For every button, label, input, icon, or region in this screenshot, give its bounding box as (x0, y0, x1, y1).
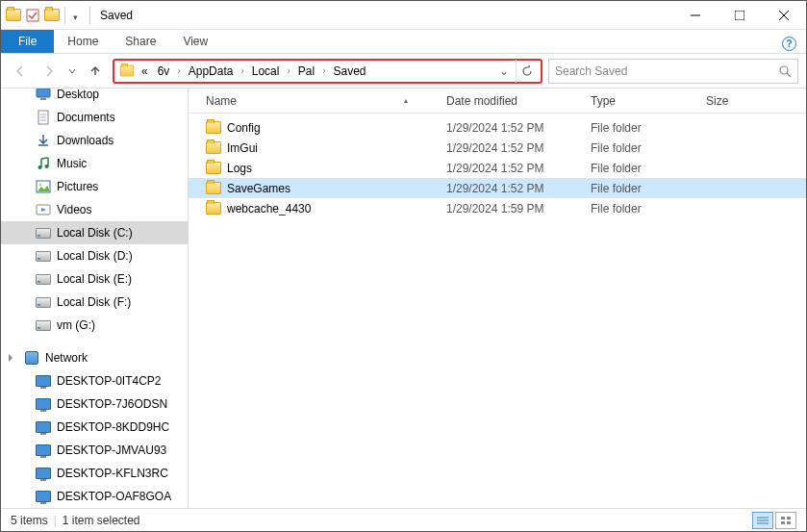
tree-item[interactable]: DESKTOP-7J6ODSN (1, 393, 188, 416)
tree-item-label: Pictures (57, 180, 98, 193)
sort-indicator-icon: ▴ (404, 96, 408, 105)
chevron-right-icon[interactable]: › (175, 65, 182, 76)
tree-item[interactable]: DESKTOP-JMVAU93 (1, 439, 188, 462)
tab-home[interactable]: Home (54, 30, 112, 53)
back-button[interactable] (9, 60, 32, 83)
file-type: File folder (591, 141, 706, 155)
tab-view[interactable]: View (169, 30, 221, 53)
drive-icon (36, 271, 51, 287)
tree-item-label: DESKTOP-JMVAU93 (57, 443, 166, 457)
details-view-button[interactable] (752, 512, 773, 529)
music-icon (36, 156, 51, 171)
tree-item-label: Local Disk (E:) (57, 272, 132, 286)
chevron-right-icon[interactable]: › (285, 65, 291, 76)
file-date: 1/29/2024 1:52 PM (446, 141, 591, 155)
tree-item-label: Videos (57, 203, 91, 216)
column-headers: Name▴ Date modified Type Size (189, 89, 806, 114)
minimize-button[interactable] (673, 1, 718, 30)
breadcrumb[interactable]: Local (248, 63, 284, 80)
chevron-right-icon[interactable]: › (320, 65, 327, 76)
svg-rect-0 (27, 10, 38, 21)
recent-dropdown[interactable] (66, 60, 78, 83)
file-row[interactable]: SaveGames1/29/2024 1:52 PMFile folder (189, 178, 806, 198)
drive-icon (36, 248, 51, 264)
tree-item-network[interactable]: Network (1, 346, 188, 369)
maximize-button[interactable] (718, 1, 762, 30)
folder-icon (206, 140, 221, 156)
checkbox-icon[interactable] (24, 7, 41, 24)
tree-item[interactable]: Local Disk (C:) (1, 221, 188, 244)
status-selection: 1 item selected (63, 514, 140, 527)
column-name[interactable]: Name▴ (206, 94, 446, 108)
tree-item[interactable]: Documents (1, 106, 188, 129)
tree-item[interactable]: DESKTOP-8KDD9HC (1, 416, 188, 439)
file-name: Logs (227, 162, 252, 175)
tree-item[interactable]: DESKTOP-0IT4CP2 (1, 369, 188, 393)
breadcrumb[interactable]: Pal (294, 63, 318, 80)
folder-icon (206, 181, 221, 196)
status-count: 5 items (11, 514, 48, 527)
tree-item-label: Desktop (57, 89, 99, 101)
doc-icon (36, 110, 51, 125)
svg-point-17 (39, 184, 42, 187)
computer-icon (36, 489, 51, 504)
file-row[interactable]: ImGui1/29/2024 1:52 PMFile folder (189, 138, 806, 158)
close-button[interactable] (762, 1, 806, 30)
video-icon (36, 202, 51, 217)
navigation-pane[interactable]: DesktopDocumentsDownloadsMusicPicturesVi… (1, 89, 189, 508)
breadcrumb[interactable]: Saved (329, 63, 369, 80)
svg-rect-23 (787, 517, 791, 519)
tab-file[interactable]: File (1, 30, 54, 53)
address-bar[interactable]: « 6v › AppData › Local › Pal › Saved (118, 63, 496, 80)
computer-icon (36, 396, 51, 412)
up-button[interactable] (84, 60, 107, 83)
tree-item[interactable]: vm (G:) (1, 314, 188, 337)
refresh-button[interactable] (516, 60, 537, 83)
file-type: File folder (591, 162, 706, 175)
tree-item-label: DESKTOP-OAF8GOA (57, 490, 171, 503)
overflow-icon[interactable]: ▾ (64, 7, 82, 24)
tree-item[interactable]: Local Disk (D:) (1, 244, 188, 267)
breadcrumb-prefix[interactable]: « (138, 63, 152, 80)
file-list[interactable]: Config1/29/2024 1:52 PMFile folderImGui1… (189, 114, 806, 508)
tree-item-label: Documents (57, 111, 115, 124)
tree-item[interactable]: Videos (1, 198, 188, 221)
svg-point-14 (38, 165, 42, 169)
window-title: Saved (100, 9, 133, 22)
large-icons-view-button[interactable] (775, 512, 796, 529)
column-size[interactable]: Size (706, 94, 764, 108)
tree-item[interactable]: DESKTOP-OAF8GOA (1, 485, 188, 508)
breadcrumb-root[interactable]: 6v (154, 63, 174, 80)
drive-icon (36, 317, 51, 333)
file-date: 1/29/2024 1:52 PM (446, 121, 591, 135)
computer-icon (36, 443, 51, 458)
file-row[interactable]: Config1/29/2024 1:52 PMFile folder (189, 117, 806, 138)
folder-icon (206, 161, 221, 176)
svg-rect-2 (735, 11, 744, 20)
tree-item-label: Local Disk (C:) (57, 226, 133, 240)
file-row[interactable]: webcache_44301/29/2024 1:59 PMFile folde… (189, 198, 806, 218)
breadcrumb[interactable]: AppData (185, 63, 238, 80)
tree-item-label: Local Disk (D:) (57, 249, 133, 263)
tree-item[interactable]: DESKTOP-KFLN3RC (1, 462, 188, 485)
tree-item[interactable]: Local Disk (F:) (1, 291, 188, 314)
help-icon[interactable]: ? (782, 37, 796, 51)
file-date: 1/29/2024 1:52 PM (446, 162, 591, 175)
forward-button[interactable] (38, 60, 61, 83)
tree-item[interactable]: Local Disk (E:) (1, 267, 188, 291)
tab-share[interactable]: Share (112, 30, 169, 53)
column-date[interactable]: Date modified (446, 94, 591, 108)
column-type[interactable]: Type (591, 94, 706, 108)
search-input[interactable]: Search Saved (548, 59, 798, 84)
svg-rect-8 (40, 98, 46, 100)
tree-item[interactable]: Pictures (1, 175, 188, 198)
tree-item[interactable]: Downloads (1, 129, 188, 152)
tree-item[interactable]: Desktop (1, 89, 188, 106)
svg-rect-22 (781, 517, 785, 519)
chevron-right-icon[interactable]: › (239, 65, 245, 76)
file-row[interactable]: Logs1/29/2024 1:52 PMFile folder (189, 158, 806, 178)
tree-item-label: Local Disk (F:) (57, 295, 131, 309)
address-dropdown[interactable]: ⌄ (496, 64, 512, 78)
tree-item[interactable]: Music (1, 152, 188, 175)
folder-icon (43, 7, 61, 24)
